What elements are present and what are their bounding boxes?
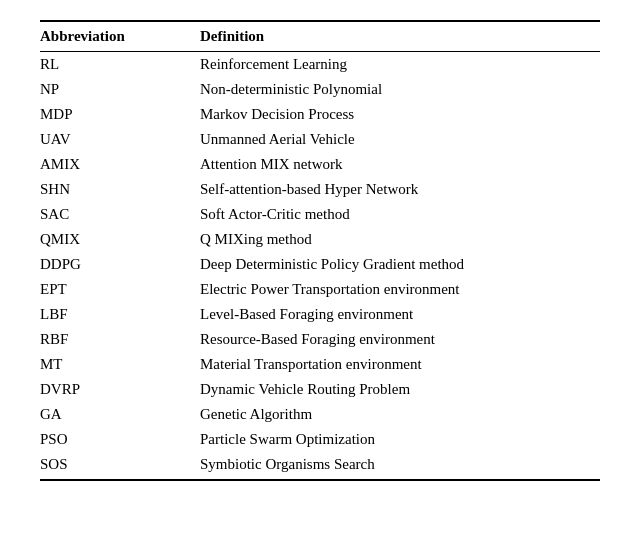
- cell-definition: Symbiotic Organisms Search: [200, 452, 600, 480]
- cell-definition: Unmanned Aerial Vehicle: [200, 127, 600, 152]
- col-header-definition: Definition: [200, 21, 600, 52]
- cell-abbreviation: DDPG: [40, 252, 200, 277]
- cell-definition: Genetic Algorithm: [200, 402, 600, 427]
- cell-abbreviation: MT: [40, 352, 200, 377]
- table-row: SACSoft Actor-Critic method: [40, 202, 600, 227]
- cell-abbreviation: AMIX: [40, 152, 200, 177]
- table-row: RBFResource-Based Foraging environment: [40, 327, 600, 352]
- cell-abbreviation: UAV: [40, 127, 200, 152]
- table-row: AMIXAttention MIX network: [40, 152, 600, 177]
- cell-abbreviation: GA: [40, 402, 200, 427]
- cell-definition: Material Transportation environment: [200, 352, 600, 377]
- cell-definition: Dynamic Vehicle Routing Problem: [200, 377, 600, 402]
- cell-definition: Deep Deterministic Policy Gradient metho…: [200, 252, 600, 277]
- table-row: DVRPDynamic Vehicle Routing Problem: [40, 377, 600, 402]
- table-row: DDPGDeep Deterministic Policy Gradient m…: [40, 252, 600, 277]
- abbreviation-table: Abbreviation Definition RLReinforcement …: [40, 20, 600, 483]
- cell-abbreviation: EPT: [40, 277, 200, 302]
- cell-definition: Attention MIX network: [200, 152, 600, 177]
- table-row: QMIXQ MIXing method: [40, 227, 600, 252]
- table-row: UAVUnmanned Aerial Vehicle: [40, 127, 600, 152]
- cell-definition: Q MIXing method: [200, 227, 600, 252]
- table-row: RLReinforcement Learning: [40, 52, 600, 78]
- cell-definition: Markov Decision Process: [200, 102, 600, 127]
- table-row: PSOParticle Swarm Optimization: [40, 427, 600, 452]
- cell-abbreviation: SHN: [40, 177, 200, 202]
- col-header-abbreviation: Abbreviation: [40, 21, 200, 52]
- table-row: EPTElectric Power Transportation environ…: [40, 277, 600, 302]
- cell-abbreviation: SOS: [40, 452, 200, 480]
- table-row: SOSSymbiotic Organisms Search: [40, 452, 600, 480]
- cell-abbreviation: DVRP: [40, 377, 200, 402]
- cell-definition: Resource-Based Foraging environment: [200, 327, 600, 352]
- table-footer-row: [40, 480, 600, 483]
- cell-definition: Particle Swarm Optimization: [200, 427, 600, 452]
- table-header-row: Abbreviation Definition: [40, 21, 600, 52]
- cell-definition: Soft Actor-Critic method: [200, 202, 600, 227]
- cell-abbreviation: RL: [40, 52, 200, 78]
- cell-abbreviation: MDP: [40, 102, 200, 127]
- cell-abbreviation: LBF: [40, 302, 200, 327]
- table-row: MTMaterial Transportation environment: [40, 352, 600, 377]
- cell-definition: Self-attention-based Hyper Network: [200, 177, 600, 202]
- table-row: NPNon-deterministic Polynomial: [40, 77, 600, 102]
- cell-abbreviation: NP: [40, 77, 200, 102]
- cell-abbreviation: QMIX: [40, 227, 200, 252]
- table-row: LBFLevel-Based Foraging environment: [40, 302, 600, 327]
- cell-abbreviation: RBF: [40, 327, 200, 352]
- cell-definition: Electric Power Transportation environmen…: [200, 277, 600, 302]
- cell-definition: Reinforcement Learning: [200, 52, 600, 78]
- cell-definition: Level-Based Foraging environment: [200, 302, 600, 327]
- table-row: GAGenetic Algorithm: [40, 402, 600, 427]
- cell-abbreviation: PSO: [40, 427, 200, 452]
- table-row: MDPMarkov Decision Process: [40, 102, 600, 127]
- table-row: SHNSelf-attention-based Hyper Network: [40, 177, 600, 202]
- cell-abbreviation: SAC: [40, 202, 200, 227]
- cell-definition: Non-deterministic Polynomial: [200, 77, 600, 102]
